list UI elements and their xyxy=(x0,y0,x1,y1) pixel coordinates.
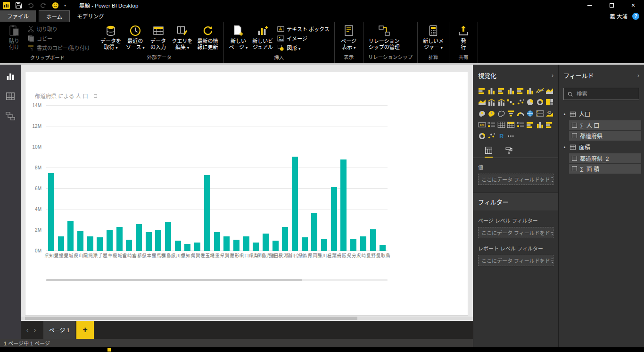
bar-高知県[interactable] xyxy=(184,244,190,251)
bar-大阪府[interactable] xyxy=(340,159,347,251)
slicer-icon[interactable] xyxy=(487,121,495,128)
pin-visual-icon[interactable] xyxy=(94,94,97,98)
enter-data-button[interactable]: データ の入力 xyxy=(148,23,169,50)
line-and-stacked-column-chart-icon[interactable] xyxy=(487,99,495,106)
chart-scrollbar-thumb[interactable] xyxy=(46,279,302,281)
bar-秋田県[interactable] xyxy=(272,241,279,251)
bar-静岡県[interactable] xyxy=(311,213,317,251)
bar-茨城県[interactable] xyxy=(67,221,74,251)
publish-button[interactable]: 発 行 xyxy=(453,23,474,50)
bar-chart-visual[interactable]: 都道府県 による 人 口 0M2M4M6M8M10M12M14M 愛知県愛媛県茨… xyxy=(29,90,397,285)
collapse-fields-icon[interactable]: › xyxy=(637,72,639,79)
word-cloud-icon[interactable] xyxy=(487,133,495,140)
kpi-icon[interactable]: 42 xyxy=(545,110,553,117)
report-canvas[interactable]: 都道府県 による 人 口 0M2M4M6M8M10M12M14M 愛知県愛媛県茨… xyxy=(21,65,473,321)
shape-map-icon[interactable] xyxy=(497,110,505,117)
scatter-chart-icon[interactable] xyxy=(517,99,525,106)
matrix-icon[interactable] xyxy=(507,121,515,128)
gauge-icon[interactable] xyxy=(517,110,525,117)
map-icon[interactable] xyxy=(478,110,486,117)
bar-宮崎県[interactable] xyxy=(126,240,132,251)
bar-三重県[interactable] xyxy=(214,232,220,251)
field-row[interactable]: ∑人 口 xyxy=(569,120,641,130)
report-page[interactable]: 都道府県 による 人 口 0M2M4M6M8M10M12M14M 愛知県愛媛県茨… xyxy=(25,72,468,316)
save-button[interactable] xyxy=(15,2,22,9)
page-tab[interactable]: ページ 1 xyxy=(43,321,75,339)
timeline-icon[interactable] xyxy=(526,121,534,128)
bar-鳥取県[interactable] xyxy=(380,245,386,251)
clustered-bar-chart-icon[interactable] xyxy=(497,87,505,94)
table-icon[interactable] xyxy=(497,121,505,128)
sidebar-item-data-view[interactable] xyxy=(4,90,17,102)
text-box-button[interactable]: テキスト ボックス xyxy=(276,25,330,33)
image-button[interactable]: イメージ xyxy=(276,34,330,42)
stacked-area-chart-icon[interactable] xyxy=(478,99,486,106)
stacked-bar-chart-icon[interactable] xyxy=(478,87,486,94)
bar-長崎県[interactable] xyxy=(360,236,366,251)
recent-sources-button[interactable]: 最近の ソース▾ xyxy=(124,23,146,51)
bar-愛知県[interactable] xyxy=(48,173,54,251)
bar-鹿児島県[interactable] xyxy=(263,234,269,251)
sunburst-icon[interactable] xyxy=(478,133,486,140)
signed-in-user[interactable]: 義 大浦 xyxy=(610,12,627,20)
maximize-button[interactable] xyxy=(601,0,622,10)
prev-page-button[interactable]: ‹ xyxy=(24,321,31,339)
bar-岡山県[interactable] xyxy=(77,231,83,251)
sidebar-item-report-view[interactable] xyxy=(4,70,17,83)
new-page-button[interactable]: 新しい ページ▾ xyxy=(227,23,250,51)
canvas-scrollbar-thumb[interactable] xyxy=(25,317,357,320)
bar-佐賀県[interactable] xyxy=(194,243,200,251)
copy-button[interactable]: コピー xyxy=(26,34,91,42)
bar-滋賀県[interactable] xyxy=(223,236,230,251)
redo-button[interactable] xyxy=(40,2,47,9)
bar-石川県[interactable] xyxy=(321,239,327,251)
sidebar-item-model-view[interactable] xyxy=(4,110,17,122)
filled-map-icon[interactable] xyxy=(487,110,495,117)
chiclet-slicer-icon[interactable] xyxy=(517,121,525,128)
edit-queries-button[interactable]: クエリを 編集▾ xyxy=(170,23,195,51)
bar-群馬県[interactable] xyxy=(155,230,161,251)
bar-長野県[interactable] xyxy=(370,229,376,251)
bar-香川県[interactable] xyxy=(175,241,181,251)
bar-岐阜県[interactable] xyxy=(107,230,113,251)
field-row[interactable]: 都道府県_2 xyxy=(569,153,641,163)
pie-chart-icon[interactable] xyxy=(526,99,534,106)
canvas-scrollbar[interactable] xyxy=(21,317,473,320)
multi-row-card-icon[interactable] xyxy=(536,110,544,117)
page-filter-drop-area[interactable]: ここにデータ フィールドをドラッグ... xyxy=(478,227,553,238)
minimize-button[interactable] xyxy=(579,0,601,10)
bullet-chart-icon[interactable] xyxy=(545,121,553,128)
donut-chart-icon[interactable] xyxy=(536,99,544,106)
bar-大分県[interactable] xyxy=(350,239,356,251)
tab-home[interactable]: ホーム xyxy=(39,10,70,22)
help-button[interactable]: ? xyxy=(632,13,639,20)
field-checkbox-icon[interactable] xyxy=(572,123,577,128)
bar-宮城県[interactable] xyxy=(116,227,123,251)
bar-神奈川県[interactable] xyxy=(292,157,298,251)
bar-山形県[interactable] xyxy=(233,240,239,251)
bar-青森県[interactable] xyxy=(302,237,308,251)
values-drop-area[interactable]: ここにデータ フィールドをドラッグし... xyxy=(478,174,553,185)
field-checkbox-icon[interactable] xyxy=(572,166,577,171)
manage-relationships-button[interactable]: リレーション シップの管理 xyxy=(367,23,402,50)
search-input[interactable] xyxy=(577,91,636,97)
r-script-visual-icon[interactable]: R xyxy=(497,133,505,140)
bar-熊本県[interactable] xyxy=(146,232,152,251)
bar-沖縄県[interactable] xyxy=(87,236,93,251)
page-view-button[interactable]: ページ 表示▾ xyxy=(338,23,360,51)
bar-千葉県[interactable] xyxy=(331,187,337,251)
treemap-icon[interactable] xyxy=(545,99,553,106)
next-page-button[interactable]: › xyxy=(31,321,39,339)
bar-京都府[interactable] xyxy=(136,224,142,251)
more-options-icon[interactable] xyxy=(507,133,515,140)
table-row[interactable]: ▲人口 xyxy=(559,108,644,120)
refresh-button[interactable]: 最新の情 報に更新 xyxy=(196,23,220,50)
expand-arrow-icon[interactable]: ▲ xyxy=(562,112,567,116)
field-row[interactable]: 都道府県 xyxy=(569,131,641,141)
add-page-button[interactable]: + xyxy=(76,321,94,339)
area-chart-icon[interactable] xyxy=(545,87,553,94)
tab-modeling[interactable]: モデリング xyxy=(70,10,111,22)
bar-愛媛県[interactable] xyxy=(58,236,64,251)
bar-埼玉県[interactable] xyxy=(204,175,210,251)
field-row[interactable]: ∑面 積 xyxy=(569,164,641,174)
